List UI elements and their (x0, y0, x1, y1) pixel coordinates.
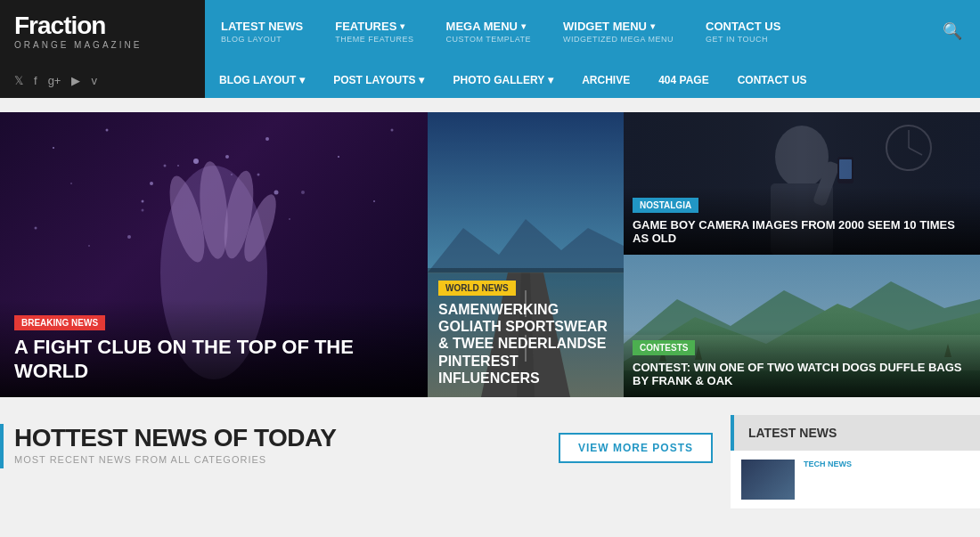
svg-point-9 (301, 191, 305, 194)
svg-point-2 (177, 165, 179, 167)
primary-nav: LATEST NEWS BLOG LAYOUT FEATURES ▾ THEME… (205, 0, 980, 62)
svg-point-21 (225, 155, 229, 159)
nav-contact-us[interactable]: CONTACT US GET IN TOUCH (690, 0, 796, 62)
svg-point-10 (373, 200, 375, 202)
hottest-news-title: HOTTEST NEWS OF TODAY (14, 424, 336, 452)
card-title: GAME BOY CAMERA IMAGES FROM 2000 SEEM 10… (633, 218, 971, 246)
google-plus-icon[interactable]: g+ (48, 74, 61, 87)
svg-point-18 (150, 182, 153, 185)
nav-404[interactable]: 404 PAGE (644, 62, 723, 98)
article-badge: TECH NEWS (804, 460, 852, 468)
card-title: CONTEST: WIN ONE OF TWO WATCH DOGS DUFFL… (633, 361, 971, 388)
hottest-news-section: HOTTEST NEWS OF TODAY MOST RECENT NEWS F… (0, 415, 713, 509)
featured-card-small-bottom[interactable]: CONTESTS CONTEST: WIN ONE OF TWO WATCH D… (624, 255, 980, 397)
featured-card-small-top[interactable]: NOSTALGIA GAME BOY CAMERA IMAGES FROM 20… (624, 112, 980, 255)
svg-point-20 (193, 159, 199, 164)
card-badge: WORLD NEWS (438, 281, 516, 296)
svg-point-23 (274, 191, 279, 195)
card-badge: NOSTALGIA (633, 198, 698, 213)
hottest-title-block: HOTTEST NEWS OF TODAY MOST RECENT NEWS F… (0, 424, 336, 468)
svg-point-1 (106, 129, 109, 132)
svg-point-19 (164, 165, 167, 167)
chevron-down-icon: ▾ (419, 74, 424, 86)
bottom-section: HOTTEST NEWS OF TODAY MOST RECENT NEWS F… (0, 397, 980, 527)
secondary-nav-bar: 𝕏 f g+ ▶ v BLOG LAYOUT ▾ POST LAYOUTS ▾ … (0, 62, 980, 98)
featured-card-large[interactable]: BREAKING NEWS A FIGHT CLUB ON THE TOP OF… (0, 112, 428, 397)
nav-contact[interactable]: CONTACT US (723, 62, 821, 98)
featured-grid: BREAKING NEWS A FIGHT CLUB ON THE TOP OF… (0, 112, 980, 397)
youtube-icon[interactable]: ▶ (71, 74, 80, 87)
logo[interactable]: Fraction ORANGE MAGAZINE (0, 0, 205, 62)
svg-point-12 (88, 245, 90, 247)
vimeo-icon[interactable]: v (91, 74, 97, 87)
svg-point-11 (35, 227, 37, 230)
latest-news-sidebar: LATEST NEWS TECH NEWS (731, 415, 980, 509)
svg-point-26 (289, 218, 290, 220)
twitter-icon[interactable]: 𝕏 (14, 74, 23, 87)
svg-point-25 (127, 235, 131, 239)
article-thumbnail (741, 460, 795, 500)
nav-features[interactable]: FEATURES ▾ THEME FEATURES (319, 0, 429, 62)
social-links: 𝕏 f g+ ▶ v (0, 62, 205, 98)
nav-photo-gallery[interactable]: PHOTO GALLERY ▾ (438, 62, 568, 98)
site-subtitle: ORANGE MAGAZINE (14, 40, 191, 50)
featured-card-medium[interactable]: WORLD NEWS SAMENWERKING GOLIATH SPORTSWE… (428, 112, 624, 397)
chevron-down-icon: ▾ (650, 21, 655, 31)
svg-point-4 (338, 156, 339, 158)
hottest-news-header: HOTTEST NEWS OF TODAY MOST RECENT NEWS F… (0, 424, 713, 472)
chevron-down-icon: ▾ (521, 21, 526, 31)
svg-point-3 (265, 137, 269, 141)
nav-blog-layout[interactable]: BLOG LAYOUT ▾ (205, 62, 319, 98)
search-button[interactable]: 🔍 (925, 21, 980, 41)
card-title: SAMENWERKING GOLIATH SPORTSWEAR & TWEE N… (438, 301, 613, 386)
svg-point-7 (142, 200, 144, 203)
svg-point-6 (70, 183, 72, 184)
site-name: Fraction (14, 13, 191, 38)
nav-widget-menu[interactable]: WIDGET MENU ▾ WIDGETIZED MEGA MENU (547, 0, 690, 62)
chevron-down-icon: ▾ (400, 21, 404, 31)
svg-point-0 (53, 147, 54, 149)
chevron-down-icon: ▾ (299, 74, 305, 86)
svg-point-5 (391, 129, 394, 132)
svg-point-24 (142, 209, 144, 212)
nav-post-layouts[interactable]: POST LAYOUTS ▾ (319, 62, 438, 98)
card-badge: CONTESTS (633, 340, 695, 355)
chevron-down-icon: ▾ (548, 74, 553, 86)
accent-bar (0, 424, 4, 468)
svg-point-22 (257, 174, 260, 176)
nav-archive[interactable]: ARCHIVE (568, 62, 644, 98)
card-badge: BREAKING NEWS (14, 315, 105, 330)
nav-mega-menu[interactable]: MEGA MENU ▾ CUSTOM TEMPLATE (430, 0, 548, 62)
small-cards-stack: NOSTALGIA GAME BOY CAMERA IMAGES FROM 20… (624, 112, 980, 397)
card-title: A FIGHT CLUB ON THE TOP OF THE WORLD (14, 336, 413, 383)
secondary-nav: BLOG LAYOUT ▾ POST LAYOUTS ▾ PHOTO GALLE… (205, 62, 980, 98)
view-more-button[interactable]: VIEW MORE POSTS (559, 433, 713, 463)
site-header: Fraction ORANGE MAGAZINE LATEST NEWS BLO… (0, 0, 980, 98)
facebook-icon[interactable]: f (34, 74, 37, 87)
nav-latest-news[interactable]: LATEST NEWS BLOG LAYOUT (205, 0, 319, 62)
latest-news-title: LATEST NEWS (731, 415, 980, 451)
list-item[interactable]: TECH NEWS (731, 451, 980, 509)
hottest-news-subtitle: MOST RECENT NEWS FROM ALL CATEGORIES (14, 454, 336, 465)
